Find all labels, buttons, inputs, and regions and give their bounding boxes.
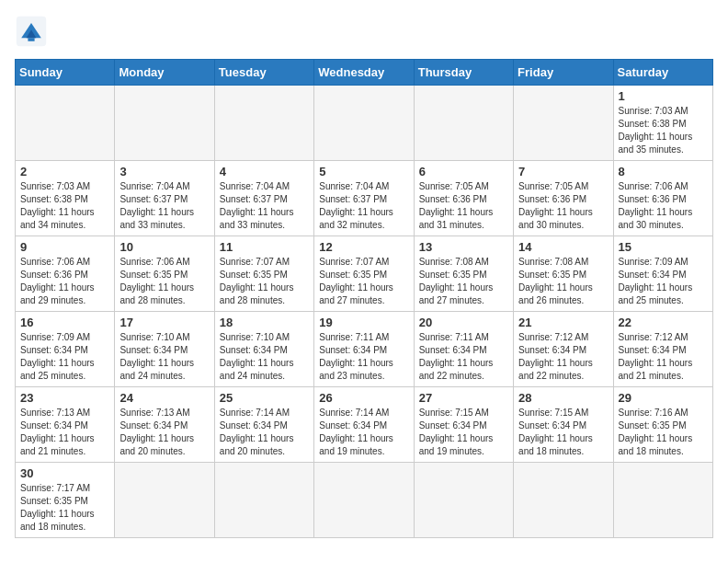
cell-info: Sunrise: 7:12 AM Sunset: 6:34 PM Dayligh…: [619, 331, 708, 383]
day-number: 16: [20, 316, 109, 329]
day-number: 21: [518, 316, 608, 329]
cell-info: Sunrise: 7:17 AM Sunset: 6:35 PM Dayligh…: [20, 482, 109, 534]
calendar-cell: 21Sunrise: 7:12 AM Sunset: 6:34 PM Dayli…: [514, 312, 613, 387]
day-number: 18: [220, 316, 309, 329]
day-header-sunday: Sunday: [16, 60, 115, 86]
day-number: 19: [319, 316, 408, 329]
day-number: 10: [119, 240, 209, 254]
cell-info: Sunrise: 7:15 AM Sunset: 6:34 PM Dayligh…: [419, 407, 508, 458]
cell-info: Sunrise: 7:03 AM Sunset: 6:38 PM Dayligh…: [619, 105, 708, 156]
cell-info: Sunrise: 7:04 AM Sunset: 6:37 PM Dayligh…: [220, 180, 309, 232]
cell-info: Sunrise: 7:04 AM Sunset: 6:37 PM Dayligh…: [319, 180, 408, 232]
day-number: 6: [419, 165, 508, 178]
day-number: 26: [319, 391, 408, 405]
cell-info: Sunrise: 7:03 AM Sunset: 6:38 PM Dayligh…: [20, 180, 109, 232]
day-header-tuesday: Tuesday: [214, 60, 313, 86]
cell-info: Sunrise: 7:07 AM Sunset: 6:35 PM Dayligh…: [220, 256, 309, 307]
day-number: 7: [518, 165, 608, 178]
cell-info: Sunrise: 7:13 AM Sunset: 6:34 PM Dayligh…: [20, 407, 109, 458]
calendar-cell: 4Sunrise: 7:04 AM Sunset: 6:37 PM Daylig…: [214, 161, 313, 236]
calendar-cell: [414, 86, 513, 161]
calendar-cell: 12Sunrise: 7:07 AM Sunset: 6:35 PM Dayli…: [314, 236, 414, 312]
day-number: 27: [419, 391, 508, 405]
calendar-cell: 29Sunrise: 7:16 AM Sunset: 6:35 PM Dayli…: [613, 387, 712, 463]
day-number: 4: [220, 165, 309, 178]
cell-info: Sunrise: 7:08 AM Sunset: 6:35 PM Dayligh…: [518, 256, 608, 307]
day-number: 14: [518, 240, 608, 254]
day-number: 8: [619, 165, 708, 178]
day-number: 23: [20, 391, 109, 405]
day-number: 20: [419, 316, 508, 329]
day-number: 17: [119, 316, 209, 329]
calendar-cell: 23Sunrise: 7:13 AM Sunset: 6:34 PM Dayli…: [16, 387, 115, 463]
calendar-cell: 30Sunrise: 7:17 AM Sunset: 6:35 PM Dayli…: [16, 463, 115, 538]
cell-info: Sunrise: 7:09 AM Sunset: 6:34 PM Dayligh…: [20, 331, 109, 383]
cell-info: Sunrise: 7:16 AM Sunset: 6:35 PM Dayligh…: [619, 407, 708, 458]
cell-info: Sunrise: 7:14 AM Sunset: 6:34 PM Dayligh…: [220, 407, 309, 458]
svg-rect-3: [28, 38, 34, 41]
calendar-cell: 9Sunrise: 7:06 AM Sunset: 6:36 PM Daylig…: [16, 236, 115, 312]
calendar-cell: 24Sunrise: 7:13 AM Sunset: 6:34 PM Dayli…: [115, 387, 214, 463]
day-number: 5: [319, 165, 408, 178]
calendar-cell: 7Sunrise: 7:05 AM Sunset: 6:36 PM Daylig…: [514, 161, 613, 236]
day-header-monday: Monday: [115, 60, 214, 86]
calendar-cell: 17Sunrise: 7:10 AM Sunset: 6:34 PM Dayli…: [115, 312, 214, 387]
calendar-cell: [16, 86, 115, 161]
day-number: 12: [319, 240, 408, 254]
day-number: 28: [518, 391, 608, 405]
day-number: 11: [220, 240, 309, 254]
calendar-cell: 5Sunrise: 7:04 AM Sunset: 6:37 PM Daylig…: [314, 161, 414, 236]
cell-info: Sunrise: 7:09 AM Sunset: 6:34 PM Dayligh…: [619, 256, 708, 307]
cell-info: Sunrise: 7:15 AM Sunset: 6:34 PM Dayligh…: [518, 407, 608, 458]
day-number: 29: [619, 391, 708, 405]
logo-icon: [15, 15, 48, 48]
day-header-wednesday: Wednesday: [314, 60, 414, 86]
calendar-cell: 15Sunrise: 7:09 AM Sunset: 6:34 PM Dayli…: [613, 236, 712, 312]
calendar-cell: 25Sunrise: 7:14 AM Sunset: 6:34 PM Dayli…: [214, 387, 313, 463]
calendar-cell: 20Sunrise: 7:11 AM Sunset: 6:34 PM Dayli…: [414, 312, 513, 387]
calendar-cell: [214, 86, 313, 161]
page-header: [15, 15, 713, 48]
calendar-cell: [314, 463, 414, 538]
day-number: 24: [119, 391, 209, 405]
day-number: 25: [220, 391, 309, 405]
calendar-cell: [514, 463, 613, 538]
calendar-cell: 22Sunrise: 7:12 AM Sunset: 6:34 PM Dayli…: [613, 312, 712, 387]
cell-info: Sunrise: 7:13 AM Sunset: 6:34 PM Dayligh…: [119, 407, 209, 458]
calendar-cell: 27Sunrise: 7:15 AM Sunset: 6:34 PM Dayli…: [414, 387, 513, 463]
day-header-friday: Friday: [514, 60, 613, 86]
cell-info: Sunrise: 7:12 AM Sunset: 6:34 PM Dayligh…: [518, 331, 608, 383]
cell-info: Sunrise: 7:06 AM Sunset: 6:36 PM Dayligh…: [619, 180, 708, 232]
cell-info: Sunrise: 7:06 AM Sunset: 6:35 PM Dayligh…: [119, 256, 209, 307]
cell-info: Sunrise: 7:11 AM Sunset: 6:34 PM Dayligh…: [419, 331, 508, 383]
cell-info: Sunrise: 7:06 AM Sunset: 6:36 PM Dayligh…: [20, 256, 109, 307]
day-number: 22: [619, 316, 708, 329]
day-number: 13: [419, 240, 508, 254]
logo: [15, 15, 53, 48]
calendar-cell: 28Sunrise: 7:15 AM Sunset: 6:34 PM Dayli…: [514, 387, 613, 463]
calendar-cell: [314, 86, 414, 161]
calendar-cell: 14Sunrise: 7:08 AM Sunset: 6:35 PM Dayli…: [514, 236, 613, 312]
day-number: 15: [619, 240, 708, 254]
cell-info: Sunrise: 7:05 AM Sunset: 6:36 PM Dayligh…: [419, 180, 508, 232]
day-header-thursday: Thursday: [414, 60, 513, 86]
cell-info: Sunrise: 7:10 AM Sunset: 6:34 PM Dayligh…: [220, 331, 309, 383]
day-header-saturday: Saturday: [613, 60, 712, 86]
calendar: SundayMondayTuesdayWednesdayThursdayFrid…: [15, 59, 713, 538]
day-number: 2: [20, 165, 109, 178]
calendar-cell: [115, 463, 214, 538]
calendar-cell: 13Sunrise: 7:08 AM Sunset: 6:35 PM Dayli…: [414, 236, 513, 312]
day-number: 30: [20, 466, 109, 480]
calendar-cell: 2Sunrise: 7:03 AM Sunset: 6:38 PM Daylig…: [16, 161, 115, 236]
calendar-cell: 3Sunrise: 7:04 AM Sunset: 6:37 PM Daylig…: [115, 161, 214, 236]
calendar-cell: [414, 463, 513, 538]
calendar-cell: 18Sunrise: 7:10 AM Sunset: 6:34 PM Dayli…: [214, 312, 313, 387]
calendar-cell: 19Sunrise: 7:11 AM Sunset: 6:34 PM Dayli…: [314, 312, 414, 387]
calendar-cell: 26Sunrise: 7:14 AM Sunset: 6:34 PM Dayli…: [314, 387, 414, 463]
calendar-cell: 6Sunrise: 7:05 AM Sunset: 6:36 PM Daylig…: [414, 161, 513, 236]
calendar-cell: [613, 463, 712, 538]
calendar-cell: 1Sunrise: 7:03 AM Sunset: 6:38 PM Daylig…: [613, 86, 712, 161]
cell-info: Sunrise: 7:04 AM Sunset: 6:37 PM Dayligh…: [119, 180, 209, 232]
day-number: 9: [20, 240, 109, 254]
calendar-cell: 11Sunrise: 7:07 AM Sunset: 6:35 PM Dayli…: [214, 236, 313, 312]
